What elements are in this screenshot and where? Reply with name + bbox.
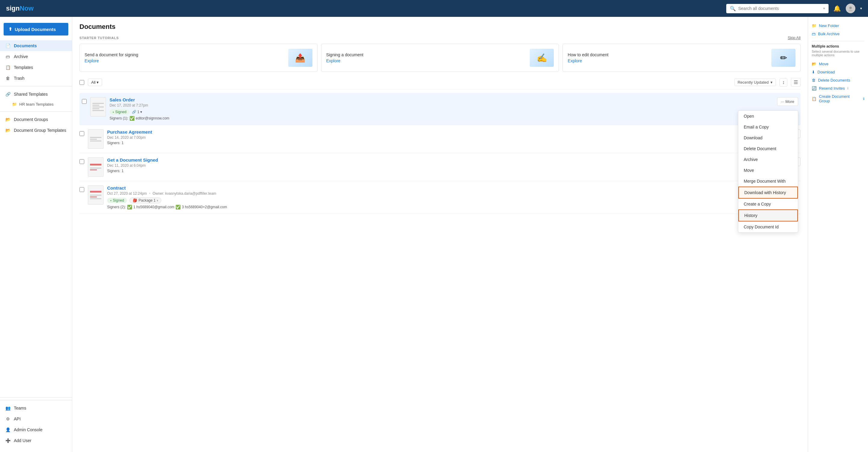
doc-date-sales-order: Dec 17, 2020 at 7:27pm (110, 103, 774, 107)
doc-thumbnail-contract (88, 185, 103, 205)
main-content: Documents STARTER TUTORIALS Skip All Sen… (72, 17, 808, 452)
tutorials-label: STARTER TUTORIALS (80, 36, 119, 40)
sidebar-item-document-group-templates[interactable]: 📂 Document Group Templates (0, 125, 72, 136)
logo: signNow (6, 4, 34, 12)
verified-icon-2: ✅ (176, 205, 181, 209)
context-menu-item-delete-document[interactable]: Delete Document (738, 143, 798, 154)
upload-documents-button[interactable]: ⬆ Upload Documents (4, 23, 68, 35)
context-menu-item-create-copy[interactable]: Create a Copy (738, 199, 798, 209)
select-all-checkbox[interactable] (80, 80, 84, 85)
sidebar-item-admin-console[interactable]: 👤 Admin Console (0, 424, 72, 435)
skip-all-link[interactable]: Skip All (788, 35, 801, 40)
context-menu-item-archive[interactable]: Archive (738, 154, 798, 165)
sort-order-button[interactable]: ↕ (779, 78, 787, 87)
sidebar: ⬆ Upload Documents 📄 Documents 🗃 Archive… (0, 17, 72, 452)
search-icon: 🔍 (730, 6, 736, 11)
sidebar-item-templates[interactable]: 📋 Templates (0, 62, 72, 73)
doc-badges-contract: Signed 🎒 Package 1 › (107, 197, 801, 203)
doc-name-purchase-agreement[interactable]: Purchase Agreement (107, 129, 152, 134)
tutorial-2-illustration: ✍ (530, 49, 554, 67)
notification-bell-icon[interactable]: 🔔 (833, 5, 841, 12)
header-icons: 🔔 ▾ (833, 4, 862, 13)
more-dots-icon: ··· (781, 99, 784, 104)
doc-signers-get-signed: Signers: 1 (107, 169, 737, 173)
tutorial-2-explore-link[interactable]: Explore (326, 58, 364, 63)
trash-icon: 🗑 (5, 76, 11, 80)
tutorials-grid: Send a document for signing Explore 📤 Si… (80, 44, 801, 72)
sidebar-item-shared-templates[interactable]: 🔗 Shared Templates (0, 89, 72, 100)
sidebar-item-api[interactable]: ⚙ API (0, 414, 72, 424)
bulk-archive-icon: 🗃 (812, 32, 816, 36)
context-menu-item-merge[interactable]: Merge Document With (738, 176, 798, 187)
move-icon: 📂 (812, 62, 816, 66)
context-menu-item-open[interactable]: Open (738, 111, 798, 122)
sidebar-bottom: 👥 Teams ⚙ API 👤 Admin Console ➕ Add User (0, 400, 72, 448)
attachment-badge-sales-order[interactable]: 🔗 1 ▾ (132, 110, 142, 114)
search-dropdown-caret[interactable]: ▾ (823, 6, 825, 10)
doc-name-sales-order[interactable]: Sales Order (110, 97, 135, 102)
package-icon: 🎒 (133, 198, 137, 202)
doc-checkbox-get-signed[interactable] (80, 159, 84, 164)
search-bar[interactable]: 🔍 ▾ (726, 4, 829, 13)
doc-row-get-signed: Get a Document Signed Dec 11, 2020 at 6:… (80, 153, 801, 181)
package-badge-contract[interactable]: 🎒 Package 1 › (129, 197, 161, 203)
add-user-icon: ➕ (5, 438, 11, 443)
view-toggle-button[interactable]: ☰ (791, 78, 801, 87)
move-action[interactable]: 📂 Move (812, 60, 864, 68)
resend-invites-action[interactable]: 🔄 Resend Invites ℹ (812, 84, 864, 92)
right-panel: 📁 New Folder 🗃 Bulk Archive Multiple act… (808, 17, 868, 452)
avatar-dropdown-caret[interactable]: ▾ (860, 6, 862, 10)
main-layout: ⬆ Upload Documents 📄 Documents 🗃 Archive… (0, 17, 868, 452)
doc-checkbox-contract[interactable] (80, 187, 84, 192)
tutorial-card-2: Signing a document Explore ✍ (321, 44, 559, 72)
doc-date-purchase-agreement: Dec 14, 2020 at 7:00pm (107, 135, 737, 140)
logo-area: signNow (6, 4, 78, 12)
verified-icon-1: ✅ (127, 205, 132, 209)
doc-signers-contract: Signers (2): ✅ 1 hs5689040@gmail.com ✅ 3… (107, 205, 801, 209)
doc-info-purchase-agreement: Purchase Agreement Dec 14, 2020 at 7:00p… (107, 129, 737, 145)
tutorial-3-explore-link[interactable]: Explore (568, 58, 608, 63)
doc-name-contract[interactable]: Contract (107, 185, 126, 191)
tutorial-2-title: Signing a document (326, 52, 364, 57)
context-menu-item-move[interactable]: Move (738, 165, 798, 176)
sidebar-item-documents[interactable]: 📄 Documents (0, 40, 72, 51)
context-menu-item-copy-id[interactable]: Copy Document Id (738, 222, 798, 232)
sort-button[interactable]: Recently Updated ▾ (734, 78, 776, 86)
download-action[interactable]: ⬇ Download (812, 68, 864, 76)
new-folder-action[interactable]: 📁 New Folder (812, 22, 864, 30)
context-menu: Open Email a Copy Download Delete Docume… (738, 110, 798, 233)
sidebar-nav: 📄 Documents 🗃 Archive 📋 Templates 🗑 Tras… (0, 40, 72, 395)
doc-checkbox-sales-order[interactable] (82, 99, 87, 104)
search-input[interactable] (738, 6, 821, 11)
doc-info-get-signed: Get a Document Signed Dec 11, 2020 at 6:… (107, 157, 737, 173)
bulk-archive-action[interactable]: 🗃 Bulk Archive (812, 30, 864, 38)
more-button-sales-order[interactable]: ··· ··· More More (777, 97, 798, 106)
doc-info-contract: Contract Oct 27, 2020 at 12:24pm • Owner… (107, 185, 801, 209)
tutorial-1-explore-link[interactable]: Explore (85, 58, 138, 63)
delete-documents-action[interactable]: 🗑 Delete Documents (812, 76, 864, 84)
api-icon: ⚙ (5, 417, 11, 421)
sidebar-item-hr-team[interactable]: 📁 HR team Templates (0, 100, 72, 109)
filter-button[interactable]: All ▾ (88, 78, 102, 86)
doc-checkbox-purchase-agreement[interactable] (80, 131, 84, 136)
sidebar-divider-bottom (0, 397, 72, 397)
doc-owner-contract: Owner: kvasnytska.daria@pdffiller.team (153, 191, 216, 196)
avatar[interactable] (846, 4, 855, 13)
context-menu-item-email-copy[interactable]: Email a Copy (738, 122, 798, 132)
sidebar-item-add-user[interactable]: ➕ Add User (0, 435, 72, 446)
doc-name-get-signed[interactable]: Get a Document Signed (107, 157, 158, 162)
delete-icon: 🗑 (812, 78, 816, 83)
sidebar-item-document-groups[interactable]: 📂 Document Groups (0, 114, 72, 125)
sidebar-item-archive[interactable]: 🗃 Archive (0, 51, 72, 62)
context-menu-item-history[interactable]: History (738, 209, 798, 222)
context-menu-item-download-history[interactable]: Download with History (738, 187, 798, 199)
tutorial-card-3: How to edit document Explore ✏ (562, 44, 801, 72)
doc-thumbnail-purchase-agreement (88, 129, 103, 149)
svg-point-1 (848, 10, 852, 11)
create-document-group-action[interactable]: 📋 Create Document Group ℹ (812, 92, 864, 105)
sidebar-item-teams[interactable]: 👥 Teams (0, 402, 72, 414)
sidebar-item-trash[interactable]: 🗑 Trash (0, 73, 72, 84)
upload-icon: ⬆ (8, 27, 12, 32)
status-badge-sales-order: Signed (110, 109, 129, 115)
context-menu-item-download[interactable]: Download (738, 132, 798, 143)
